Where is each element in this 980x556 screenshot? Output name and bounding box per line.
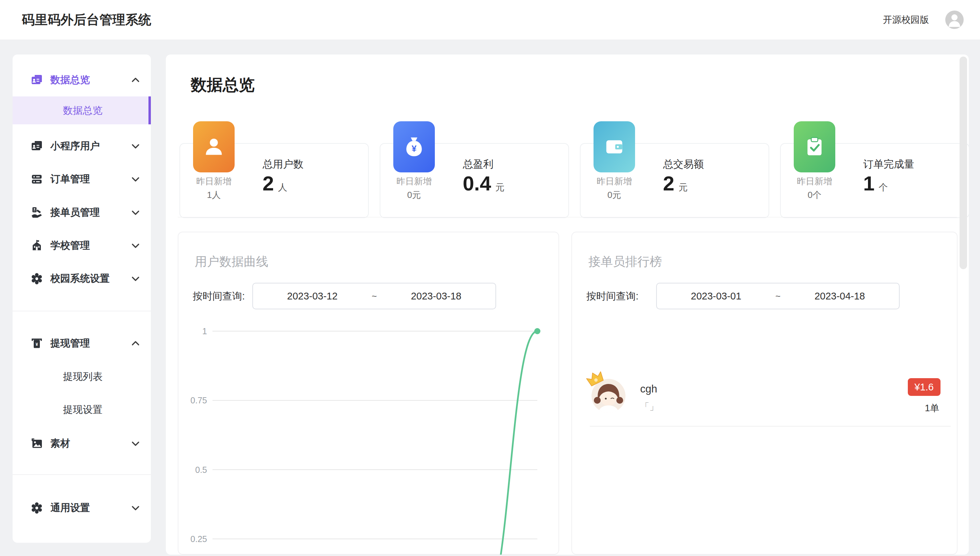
- sidebar-item-campus-settings[interactable]: 校园系统设置: [13, 268, 151, 289]
- panel-title: 用户数据曲线: [195, 254, 268, 270]
- chevron-down-icon: [131, 441, 140, 446]
- school-icon: [31, 239, 43, 252]
- sidebar-item-material[interactable]: 素材: [13, 433, 151, 454]
- yesterday-value: 0个: [784, 189, 845, 201]
- user-icon: [193, 121, 235, 172]
- amount-badge: ¥1.6: [908, 378, 940, 396]
- sidebar-item-label: 校园系统设置: [50, 272, 110, 286]
- date-end[interactable]: 2023-03-18: [411, 291, 461, 302]
- orders-icon: [31, 173, 43, 185]
- sidebar-item-label: 数据总览: [50, 73, 90, 87]
- sidebar-item-label: 提现管理: [50, 336, 90, 350]
- general-settings-icon: [31, 502, 43, 514]
- chevron-down-icon: [131, 505, 140, 511]
- withdraw-icon: ¥: [31, 337, 43, 349]
- agent-subtitle: 「」: [640, 401, 659, 413]
- sidebar-subitem-withdraw-settings[interactable]: 提现设置: [13, 396, 151, 423]
- sidebar-subitem-label: 数据总览: [63, 105, 103, 116]
- stat-number: 2: [263, 172, 274, 195]
- chevron-up-icon: [131, 341, 140, 346]
- chevron-down-icon: [131, 276, 140, 281]
- sidebar-subitem-label: 提现设置: [63, 404, 103, 415]
- chevron-up-icon: [131, 78, 140, 83]
- svg-text:0.75: 0.75: [190, 396, 207, 405]
- chevron-down-icon: [131, 176, 140, 182]
- stat-label: 订单完成量: [863, 157, 914, 171]
- sidebar-item-data-overview[interactable]: 数据总览: [13, 70, 151, 91]
- yesterday-label: 昨日新增: [583, 175, 645, 187]
- date-filter-label: 按时间查询:: [587, 283, 638, 309]
- chevron-down-icon: [131, 210, 140, 215]
- svg-text:1: 1: [202, 326, 207, 336]
- stat-unit: 个: [878, 182, 888, 192]
- sidebar: 数据总览 数据总览 小程序用户 订单管理 接单员管理: [13, 55, 151, 543]
- stat-unit: 元: [678, 182, 688, 192]
- campus-settings-icon: [31, 273, 43, 285]
- section-divider: [178, 217, 957, 217]
- vertical-scrollbar-thumb[interactable]: [959, 57, 967, 269]
- stat-unit: 人: [278, 182, 287, 192]
- sidebar-subitem-label: 提现列表: [63, 371, 103, 382]
- user-avatar[interactable]: [945, 11, 964, 29]
- stat-value: 0.4元: [463, 172, 504, 195]
- sidebar-item-label: 小程序用户: [50, 139, 100, 153]
- sidebar-subitem-data-overview[interactable]: 数据总览: [13, 96, 151, 124]
- clipboard-check-icon: [794, 121, 835, 172]
- miniprogram-users-icon: [31, 140, 43, 152]
- stat-card-total-profit: ¥ 昨日新增 0元 总盈利 0.4元: [380, 143, 569, 218]
- moneybag-icon: ¥: [393, 121, 435, 172]
- sidebar-item-label: 通用设置: [50, 501, 90, 515]
- stat-number: 0.4: [463, 172, 491, 195]
- stat-label: 总交易额: [663, 157, 704, 171]
- sidebar-item-orders[interactable]: 订单管理: [13, 169, 151, 190]
- edition-label: 开源校园版: [883, 0, 929, 39]
- person-icon: [945, 11, 964, 29]
- yesterday-label: 昨日新增: [384, 175, 445, 187]
- ranking-list-item[interactable]: cgh 「」 ¥1.6 1单: [572, 369, 958, 427]
- yesterday-value: 0元: [583, 189, 645, 201]
- sidebar-divider: [13, 474, 151, 475]
- app-title: 码里码外后台管理系统: [22, 0, 151, 39]
- chevron-down-icon: [131, 144, 140, 149]
- sidebar-item-label: 订单管理: [50, 172, 90, 186]
- user-data-line-chart: 0.250.50.751: [179, 314, 560, 554]
- agent-name: cgh: [640, 383, 657, 395]
- date-range-picker[interactable]: 2023-03-01 ~ 2023-04-18: [656, 283, 899, 309]
- app-header: 码里码外后台管理系统 开源校园版: [0, 0, 980, 39]
- date-separator: ~: [371, 291, 377, 302]
- active-indicator-bar: [148, 96, 151, 124]
- date-start[interactable]: 2023-03-01: [691, 291, 741, 302]
- sidebar-item-general-settings[interactable]: 通用设置: [13, 498, 151, 519]
- agents-icon: [31, 207, 43, 219]
- stat-label: 总盈利: [463, 157, 493, 171]
- sidebar-subitem-withdraw-list[interactable]: 提现列表: [13, 362, 151, 390]
- date-range-picker[interactable]: 2023-03-12 ~ 2023-03-18: [252, 283, 496, 309]
- date-end[interactable]: 2023-04-18: [814, 291, 865, 302]
- yesterday-value: 1人: [183, 189, 245, 201]
- date-start[interactable]: 2023-03-12: [287, 291, 337, 302]
- sidebar-item-label: 素材: [50, 437, 70, 450]
- yesterday-value: 0元: [384, 189, 445, 201]
- date-separator: ~: [775, 291, 780, 302]
- sidebar-item-withdraw[interactable]: ¥ 提现管理: [13, 333, 151, 354]
- wallet-icon: [593, 121, 635, 172]
- svg-text:0.5: 0.5: [195, 465, 207, 475]
- sidebar-item-label: 接单员管理: [50, 206, 100, 220]
- order-count: 1单: [925, 402, 939, 414]
- user-chart-panel: 用户数据曲线 按时间查询: 2023-03-12 ~ 2023-03-18 0.…: [178, 232, 559, 554]
- sidebar-divider: [13, 311, 151, 311]
- agent-ranking-panel: 接单员排行榜 按时间查询: 2023-03-01 ~ 2023-04-18: [571, 232, 957, 554]
- sidebar-item-agents[interactable]: 接单员管理: [13, 202, 151, 223]
- list-divider: [590, 426, 951, 427]
- stat-value: 2人: [263, 172, 287, 195]
- stat-value: 1个: [863, 172, 888, 195]
- sidebar-item-miniprogram-users[interactable]: 小程序用户: [13, 136, 151, 157]
- date-filter-label: 按时间查询:: [193, 283, 245, 309]
- panel-title: 接单员排行榜: [588, 254, 662, 270]
- sidebar-item-schools[interactable]: 学校管理: [13, 235, 151, 256]
- stat-card-total-users: 昨日新增 1人 总用户数 2人: [179, 143, 369, 218]
- stat-label: 总用户数: [263, 157, 303, 171]
- svg-text:0.25: 0.25: [190, 534, 207, 544]
- page-title: 数据总览: [191, 74, 255, 96]
- data-overview-icon: [31, 74, 43, 86]
